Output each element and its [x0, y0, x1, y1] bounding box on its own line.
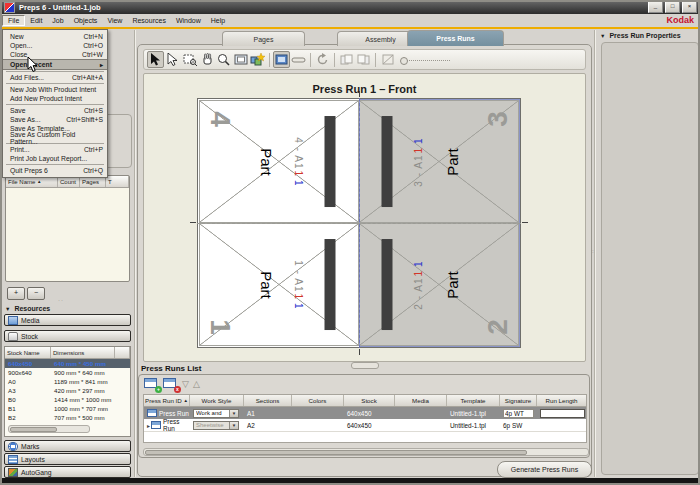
page-1[interactable]: 1 Part 1 - A111: [199, 223, 359, 346]
menu-resources[interactable]: Resources: [127, 16, 170, 25]
zoom-slider-knob[interactable]: [400, 57, 408, 65]
run-length-input-1[interactable]: [540, 409, 585, 418]
menu-item-quit[interactable]: Quit Preps 6Ctrl+Q: [3, 166, 107, 175]
stock-row-b2[interactable]: B2707 mm * 500 mm: [5, 413, 130, 422]
signature-input-1[interactable]: [503, 409, 534, 418]
col-media[interactable]: Media: [395, 395, 447, 406]
menu-item-print[interactable]: Print...Ctrl+P: [3, 145, 107, 154]
move-down-icon[interactable]: ▽: [182, 379, 189, 389]
menu-item-new-job-product-intent[interactable]: New Job With Product Intent: [3, 85, 107, 94]
layouts-button[interactable]: Layouts: [4, 453, 131, 465]
center-tick-top: [359, 91, 360, 97]
menu-item-save-as[interactable]: Save As...Ctrl+Shift+S: [3, 115, 107, 124]
press-run-row-1[interactable]: Press Run Work and ▼ A1 640x450 Untitled…: [144, 407, 586, 419]
sidebar-splitter[interactable]: [134, 30, 135, 477]
col-signature[interactable]: Signature: [500, 395, 537, 406]
preview-mode-icon[interactable]: [273, 51, 290, 68]
collapse-triangle-icon[interactable]: ▼: [5, 306, 10, 312]
maximize-button[interactable]: □: [665, 1, 680, 13]
col-work-style[interactable]: Work Style: [190, 395, 244, 406]
menu-job[interactable]: Job: [47, 16, 68, 25]
menu-item-add-files[interactable]: Add Files...Ctrl+Alt+A: [3, 73, 107, 82]
sort-asc-icon: ▲: [37, 179, 41, 184]
menu-item-open[interactable]: Open...Ctrl+O: [3, 41, 107, 50]
stock-row-a3[interactable]: A3420 mm * 297 mm: [5, 386, 130, 395]
press-sheet[interactable]: 4 Part 4 - A111 3 Part 3 - A111 1 Part: [197, 98, 521, 348]
col-colors[interactable]: Colors: [292, 395, 344, 406]
menu-item-add-product-intent[interactable]: Add New Product Intent: [3, 94, 107, 103]
tab-pages[interactable]: Pages: [222, 31, 305, 46]
add-press-run-button[interactable]: +: [144, 378, 159, 390]
col-run-length[interactable]: Run Length: [537, 395, 586, 406]
menu-item-open-recent[interactable]: Open Recent▸: [3, 59, 107, 70]
surface-mode-icon[interactable]: [379, 51, 396, 68]
menu-objects[interactable]: Objects: [69, 16, 103, 25]
collapse-triangle-icon[interactable]: ▼: [600, 33, 605, 39]
expander-icon[interactable]: ▸: [147, 422, 150, 429]
pan-tool-icon[interactable]: [198, 51, 215, 68]
panel-resize-handle[interactable]: ··: [58, 297, 64, 303]
stock-col-name[interactable]: Stock Name: [5, 347, 51, 358]
previous-surface-icon[interactable]: [338, 51, 355, 68]
menu-window[interactable]: Window: [171, 16, 206, 25]
list-splitter-handle[interactable]: [351, 362, 379, 369]
add-file-button[interactable]: +: [7, 287, 25, 300]
files-col-type[interactable]: T: [106, 176, 129, 187]
files-list[interactable]: File Name ▲ Count Pages T: [5, 175, 130, 282]
remove-press-run-button[interactable]: x: [163, 378, 178, 390]
menu-item-close[interactable]: CloseCtrl+W: [3, 50, 107, 59]
stock-row-b1[interactable]: B11000 mm * 707 mm: [5, 404, 130, 413]
page-4[interactable]: 4 Part 4 - A111: [199, 100, 359, 223]
press-run-row-2[interactable]: ▸Press Run Sheetwise ▼ A2 640x450 Untitl…: [144, 419, 586, 432]
move-up-icon[interactable]: △: [193, 379, 200, 389]
stock-hscrollbar[interactable]: [8, 425, 90, 433]
zoom-area-tool-icon[interactable]: [181, 51, 198, 68]
menu-item-save-as-fold-pattern[interactable]: Save As Custom Fold Pattern...: [3, 133, 107, 142]
autogang-button[interactable]: AutoGang: [4, 466, 131, 478]
marks-button[interactable]: Marks: [4, 440, 131, 452]
stock-row-640x450[interactable]: 640x450640 mm * 450 mm: [5, 359, 130, 368]
zoom-slider[interactable]: [398, 55, 452, 65]
col-press-run-id[interactable]: Press Run ID ▲: [144, 395, 190, 406]
select-tool-icon[interactable]: [147, 51, 164, 68]
rotate-view-icon[interactable]: [314, 51, 331, 68]
menu-file[interactable]: File: [2, 15, 25, 26]
kodak-logo: Kodak: [666, 15, 694, 25]
generate-press-runs-button[interactable]: Generate Press Runs: [497, 461, 592, 478]
menu-item-print-job-layout-report[interactable]: Print Job Layout Report...: [3, 154, 107, 163]
menu-help[interactable]: Help: [206, 16, 230, 25]
work-style-select-1[interactable]: Work and ▼: [193, 409, 239, 418]
col-sections[interactable]: Sections: [244, 395, 292, 406]
stock-row-a0[interactable]: A01189 mm * 841 mm: [5, 377, 130, 386]
menu-item-new[interactable]: NewCtrl+N: [3, 32, 107, 41]
col-template[interactable]: Template: [447, 395, 500, 406]
close-button[interactable]: ×: [682, 1, 697, 13]
measure-tool-icon[interactable]: [290, 51, 307, 68]
menu-edit[interactable]: Edit: [25, 16, 47, 25]
separation-blue: 1: [413, 137, 424, 144]
next-surface-icon[interactable]: [355, 51, 372, 68]
media-button[interactable]: Media: [4, 314, 131, 326]
work-style-select-2[interactable]: Sheetwise ▼: [193, 421, 239, 430]
fit-view-icon[interactable]: [232, 51, 249, 68]
press-run-title: Press Run 1 – Front: [144, 83, 585, 95]
stock-col-dimensions[interactable]: Dimensions: [51, 347, 115, 358]
press-runs-hscrollbar[interactable]: [143, 448, 589, 456]
direct-select-tool-icon[interactable]: [164, 51, 181, 68]
gang-wand-icon[interactable]: [249, 51, 266, 68]
right-splitter-handle[interactable]: :: [592, 248, 595, 254]
remove-file-button[interactable]: −: [27, 287, 45, 300]
tab-press-runs[interactable]: Press Runs: [407, 30, 504, 46]
col-stock[interactable]: Stock: [344, 395, 395, 406]
menu-separator: [6, 104, 104, 105]
page-2[interactable]: 2 Part 2 - A111: [359, 223, 519, 346]
page-3[interactable]: 3 Part 3 - A111: [359, 100, 519, 223]
zoom-tool-icon[interactable]: [215, 51, 232, 68]
minimize-button[interactable]: _: [648, 1, 663, 13]
menu-item-save[interactable]: SaveCtrl+S: [3, 106, 107, 115]
stock-button[interactable]: Stock: [4, 330, 131, 342]
stock-row-900x640[interactable]: 900x640900 mm * 640 mm: [5, 368, 130, 377]
menu-view[interactable]: View: [102, 16, 127, 25]
stock-table[interactable]: Stock Name Dimensions 640x450640 mm * 45…: [4, 346, 131, 437]
stock-row-b0[interactable]: B01414 mm * 1000 mm: [5, 395, 130, 404]
